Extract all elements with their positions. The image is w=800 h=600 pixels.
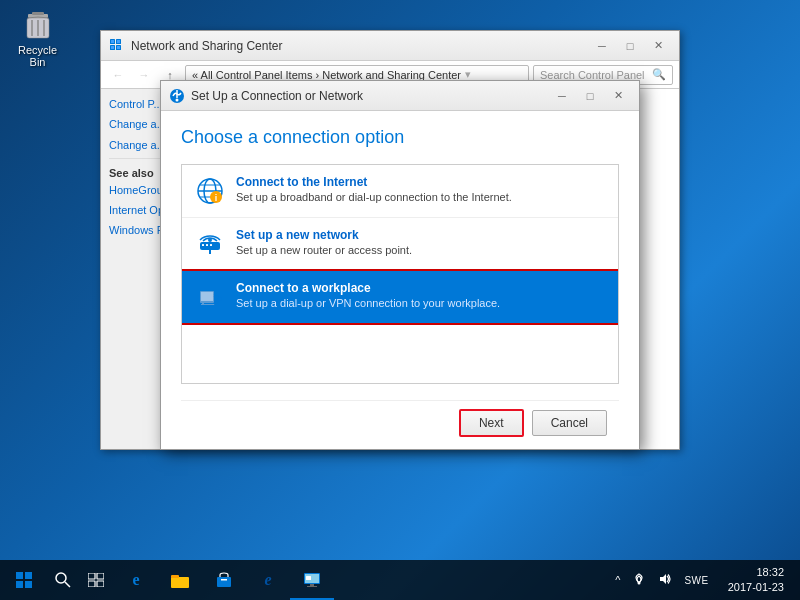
- taskbar-apps: e e: [114, 560, 334, 600]
- svg-rect-25: [202, 244, 204, 246]
- workplace-option-desc: Set up a dial-up or VPN connection to yo…: [236, 297, 500, 309]
- nsc-titlebar: Network and Sharing Center ─ □ ✕: [101, 31, 679, 61]
- svg-rect-51: [310, 584, 314, 586]
- svg-rect-29: [209, 250, 211, 254]
- taskbar-app-ie[interactable]: e: [246, 560, 290, 600]
- dialog-close-button[interactable]: ✕: [605, 86, 631, 106]
- svg-rect-47: [217, 577, 231, 587]
- dialog-footer: Next Cancel: [181, 400, 619, 445]
- internet-option-text: Connect to the Internet Set up a broadba…: [236, 175, 512, 203]
- file-explorer-icon: [171, 572, 189, 588]
- svg-rect-31: [201, 292, 213, 301]
- nsc-close-button[interactable]: ✕: [645, 36, 671, 56]
- taskbar-app-edge[interactable]: e: [114, 560, 158, 600]
- task-view-button[interactable]: [78, 560, 114, 600]
- cancel-button[interactable]: Cancel: [532, 410, 607, 436]
- svg-point-15: [176, 98, 179, 101]
- search-placeholder: Search Control Panel: [540, 69, 645, 81]
- back-button[interactable]: ←: [107, 64, 129, 86]
- tray-language[interactable]: SWE: [681, 573, 711, 588]
- svg-rect-32: [202, 301, 204, 304]
- svg-text:i: i: [215, 193, 218, 203]
- new-network-option-desc: Set up a new router or access point.: [236, 244, 412, 256]
- tray-network-icon[interactable]: [629, 571, 649, 589]
- nsc-minimize-button[interactable]: ─: [589, 36, 615, 56]
- new-network-option-title: Set up a new network: [236, 228, 412, 242]
- dialog-minimize-button[interactable]: ─: [549, 86, 575, 106]
- svg-rect-45: [171, 577, 189, 588]
- store-icon: [216, 572, 232, 588]
- taskbar: e e: [0, 560, 800, 600]
- svg-rect-36: [25, 572, 32, 579]
- clock-time: 18:32: [728, 565, 784, 580]
- svg-point-28: [208, 238, 212, 242]
- remote-desktop-icon: [303, 572, 321, 588]
- svg-rect-46: [171, 575, 179, 578]
- taskbar-app-store[interactable]: [202, 560, 246, 600]
- search-icon[interactable]: 🔍: [652, 68, 666, 81]
- workplace-option-text: Connect to a workplace Set up a dial-up …: [236, 281, 500, 309]
- svg-rect-27: [210, 244, 212, 246]
- dialog-titlebar-buttons: ─ □ ✕: [549, 86, 631, 106]
- svg-rect-44: [97, 581, 104, 587]
- internet-option-icon: i: [194, 175, 226, 207]
- clock-date: 2017-01-23: [728, 580, 784, 595]
- svg-rect-1: [32, 12, 44, 15]
- svg-rect-37: [16, 581, 23, 588]
- svg-line-40: [65, 582, 70, 587]
- nsc-window-title: Network and Sharing Center: [131, 39, 589, 53]
- dialog-title-icon: [169, 88, 185, 104]
- new-network-option-text: Set up a new network Set up a new router…: [236, 228, 412, 256]
- svg-rect-48: [221, 579, 227, 581]
- svg-rect-42: [97, 573, 104, 579]
- dialog-maximize-button[interactable]: □: [577, 86, 603, 106]
- tray-chevron[interactable]: ^: [612, 572, 623, 588]
- svg-point-34: [218, 297, 222, 301]
- forward-button[interactable]: →: [133, 64, 155, 86]
- dialog-heading: Choose a connection option: [181, 127, 619, 148]
- svg-rect-53: [306, 576, 311, 580]
- show-desktop-button[interactable]: [792, 560, 800, 600]
- svg-rect-38: [25, 581, 32, 588]
- internet-option-title: Connect to the Internet: [236, 175, 512, 189]
- nsc-titlebar-buttons: ─ □ ✕: [589, 36, 671, 56]
- recycle-bin-label: Recycle Bin: [10, 44, 65, 68]
- address-path-text: « All Control Panel Items › Network and …: [192, 69, 461, 81]
- svg-point-39: [56, 573, 66, 583]
- dialog-title: Set Up a Connection or Network: [191, 89, 549, 103]
- recycle-bin[interactable]: Recycle Bin: [10, 10, 65, 68]
- svg-rect-13: [117, 46, 120, 49]
- svg-rect-41: [88, 573, 95, 579]
- internet-option-desc: Set up a broadband or dial-up connection…: [236, 191, 512, 203]
- option-workplace[interactable]: Connect to a workplace Set up a dial-up …: [182, 271, 618, 323]
- start-button[interactable]: [0, 560, 48, 600]
- taskbar-app-explorer[interactable]: [158, 560, 202, 600]
- svg-rect-12: [111, 46, 114, 49]
- taskbar-app-remote[interactable]: [290, 560, 334, 600]
- tray-volume-icon[interactable]: [655, 571, 675, 589]
- dialog-window: Set Up a Connection or Network ─ □ ✕ Cho…: [160, 80, 640, 450]
- ie-icon: e: [264, 571, 271, 589]
- options-container: i Connect to the Internet Set up a broad…: [181, 164, 619, 384]
- workplace-option-title: Connect to a workplace: [236, 281, 500, 295]
- next-button[interactable]: Next: [459, 409, 524, 437]
- svg-rect-26: [206, 244, 208, 246]
- desktop: Recycle Bin Network and Sharing Center ─: [0, 0, 800, 600]
- svg-rect-35: [16, 572, 23, 579]
- svg-rect-10: [111, 40, 114, 43]
- svg-rect-52: [307, 586, 317, 587]
- dialog-content: Choose a connection option i: [161, 111, 639, 461]
- new-network-option-icon: [194, 228, 226, 260]
- dialog-titlebar: Set Up a Connection or Network ─ □ ✕: [161, 81, 639, 111]
- taskbar-search-button[interactable]: [48, 560, 78, 600]
- nsc-window-icon: [109, 38, 125, 54]
- recycle-bin-icon: [22, 10, 54, 42]
- option-connect-internet[interactable]: i Connect to the Internet Set up a broad…: [182, 165, 618, 218]
- taskbar-tray: ^ SWE: [612, 571, 719, 589]
- edge-icon: e: [132, 571, 139, 589]
- nsc-maximize-button[interactable]: □: [617, 36, 643, 56]
- taskbar-clock[interactable]: 18:32 2017-01-23: [720, 565, 792, 596]
- svg-rect-33: [201, 304, 215, 305]
- option-new-network[interactable]: Set up a new network Set up a new router…: [182, 218, 618, 271]
- svg-rect-11: [117, 40, 120, 43]
